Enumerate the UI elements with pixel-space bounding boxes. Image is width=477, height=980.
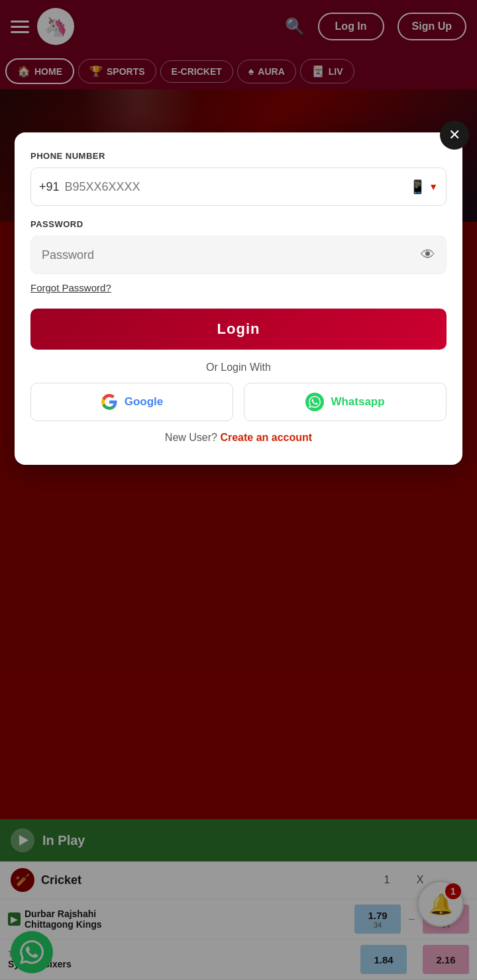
mobile-icon: 📱 — [409, 179, 426, 195]
phone-input[interactable] — [65, 180, 410, 194]
google-label: Google — [125, 395, 164, 409]
google-login-button[interactable]: Google — [30, 383, 233, 421]
social-login-row: Google Whatsapp — [30, 383, 447, 421]
google-icon — [101, 393, 118, 411]
or-login-with-text: Or Login With — [30, 362, 447, 373]
create-account-link[interactable]: Create an account — [220, 432, 312, 443]
password-input[interactable] — [42, 248, 421, 262]
login-modal: ✕ PHONE NUMBER +91 📱 ▼ PASSWORD 👁 Forgot… — [15, 132, 462, 465]
password-label: PASSWORD — [30, 219, 447, 229]
new-user-text: New User? — [165, 432, 217, 443]
modal-overlay[interactable]: ✕ PHONE NUMBER +91 📱 ▼ PASSWORD 👁 Forgot… — [0, 0, 477, 980]
close-modal-button[interactable]: ✕ — [440, 121, 469, 150]
login-submit-button[interactable]: Login — [30, 309, 447, 350]
forgot-password-link[interactable]: Forgot Password? — [30, 282, 111, 293]
password-input-wrapper: 👁 — [30, 236, 447, 274]
phone-icon-dropdown[interactable]: 📱 ▼ — [409, 179, 438, 195]
eye-icon[interactable]: 👁 — [421, 246, 435, 264]
whatsapp-icon — [305, 393, 324, 411]
whatsapp-label: Whatsapp — [331, 395, 384, 409]
dropdown-arrow-icon: ▼ — [429, 181, 438, 192]
new-user-row: New User? Create an account — [30, 432, 447, 444]
phone-input-wrapper: +91 📱 ▼ — [30, 168, 447, 206]
whatsapp-login-button[interactable]: Whatsapp — [244, 383, 447, 421]
phone-label: PHONE NUMBER — [30, 151, 447, 161]
phone-prefix: +91 — [39, 180, 60, 194]
